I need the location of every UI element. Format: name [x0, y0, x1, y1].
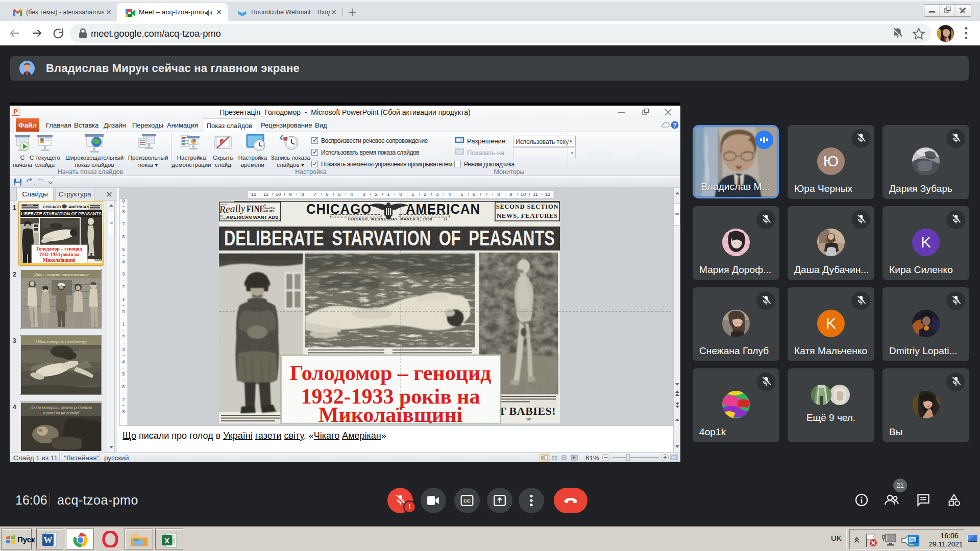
svg-text:7: 7 — [313, 191, 316, 197]
svg-text:12: 12 — [545, 191, 551, 197]
svg-text:Миколаївщині: Миколаївщині — [43, 258, 76, 263]
svg-text:3: 3 — [122, 271, 125, 277]
svg-text:9: 9 — [289, 191, 291, 197]
svg-text:7: 7 — [485, 191, 487, 197]
svg-text:10: 10 — [521, 191, 526, 197]
svg-text:8: 8 — [497, 191, 500, 197]
svg-text:11: 11 — [533, 191, 538, 197]
svg-text:5: 5 — [338, 191, 340, 197]
svg-text:4: 4 — [122, 359, 125, 364]
svg-text:Одна з жертв голодомору: Одна з жертв голодомору — [36, 339, 87, 344]
svg-text:AMERICAN: AMERICAN — [68, 205, 89, 209]
svg-text:Люди помирали цілими родинами: Люди помирали цілими родинами — [30, 405, 92, 410]
svg-text:4: 4 — [350, 191, 353, 197]
svg-text:6: 6 — [473, 191, 475, 197]
svg-text:1932-1933 років на: 1932-1933 років на — [39, 252, 80, 257]
svg-text:12: 12 — [251, 191, 257, 197]
svg-text:9: 9 — [122, 198, 125, 204]
svg-text:11: 11 — [263, 191, 268, 197]
svg-text:W: W — [44, 535, 53, 545]
svg-text:8: 8 — [122, 209, 125, 214]
svg-text:10: 10 — [276, 191, 281, 197]
svg-text:8: 8 — [122, 409, 125, 414]
svg-text:2: 2 — [424, 191, 426, 197]
svg-text:1: 1 — [411, 191, 414, 197]
svg-text:5: 5 — [122, 371, 125, 377]
svg-text:4: 4 — [122, 259, 125, 264]
svg-text:3: 3 — [436, 191, 438, 197]
svg-text:6: 6 — [326, 191, 328, 197]
svg-text:3: 3 — [362, 191, 365, 197]
svg-text:CHICAGO: CHICAGO — [43, 205, 61, 209]
svg-text:9: 9 — [509, 191, 512, 197]
svg-text:6: 6 — [122, 384, 125, 389]
svg-text:в хаті чи на подвірї: в хаті чи на подвірї — [43, 410, 80, 415]
svg-text:1: 1 — [387, 191, 389, 197]
svg-text:5: 5 — [122, 246, 125, 252]
svg-text:LIBERATE STARVATION OF PEASANT: LIBERATE STARVATION OF PEASANTS — [21, 211, 102, 216]
svg-text:7: 7 — [122, 221, 125, 227]
svg-text:8: 8 — [301, 191, 304, 197]
svg-text:Діти , кинуті напризволяще: Діти , кинуті напризволяще — [33, 272, 89, 277]
svg-text:2: 2 — [375, 191, 377, 197]
svg-text:2: 2 — [122, 334, 125, 339]
svg-text:BABIES: BABIES — [94, 259, 102, 262]
svg-text:0: 0 — [399, 191, 402, 197]
svg-text:3: 3 — [122, 346, 125, 352]
svg-text:CC: CC — [463, 498, 471, 504]
svg-text:?: ? — [673, 122, 676, 129]
svg-text:1: 1 — [122, 321, 125, 327]
svg-text:6: 6 — [122, 234, 125, 239]
svg-text:5: 5 — [460, 191, 463, 197]
svg-text:1: 1 — [122, 296, 125, 302]
svg-text:0: 0 — [122, 309, 125, 314]
svg-text:4: 4 — [448, 191, 451, 197]
svg-text:Голодомор – геноцид: Голодомор – геноцид — [36, 246, 82, 252]
svg-text:X: X — [164, 536, 169, 545]
svg-text:2: 2 — [122, 284, 125, 289]
svg-text:7: 7 — [122, 396, 125, 402]
